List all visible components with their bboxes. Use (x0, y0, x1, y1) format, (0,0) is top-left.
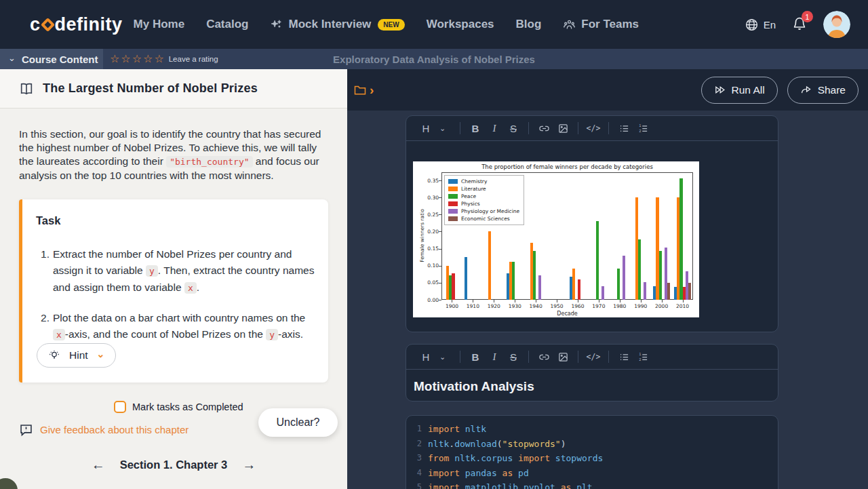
ordered-list-icon[interactable]: 12 (633, 349, 652, 365)
chevron-down-icon[interactable]: ⌄ (435, 120, 454, 136)
chart-x-tickmark (473, 300, 473, 302)
codefinity-logo[interactable]: c definity (30, 14, 123, 35)
chart-x-tick: 1920 (484, 303, 504, 309)
ordered-list-icon[interactable]: 12 (633, 120, 652, 136)
nav-item-blog[interactable]: Blog (516, 18, 542, 31)
legend-label: Physiology or Medicine (461, 208, 519, 214)
toolbar-divider (608, 122, 609, 134)
nav-item-workspaces[interactable]: Workspaces (427, 18, 494, 31)
italic-icon[interactable]: I (485, 349, 504, 365)
bar-physics-1960 (578, 279, 580, 300)
feedback-link-row[interactable]: Give feedback about this chapter (19, 423, 189, 437)
legend-color-chip (448, 179, 458, 184)
chart-y-tick: 0.35 (418, 178, 439, 184)
link-icon[interactable] (534, 120, 553, 136)
hint-chevron-down-icon: ⌄ (97, 349, 105, 359)
legend-entry-physics: Physics (448, 200, 519, 208)
chart-x-tickmark (578, 300, 578, 302)
legend-label: Peace (461, 193, 476, 199)
file-tree-toggle[interactable]: › (353, 83, 374, 97)
bar-literature-1960 (572, 269, 575, 300)
chart-y-tickmark (439, 180, 441, 181)
image-icon[interactable] (553, 349, 572, 365)
code-icon[interactable]: </> (584, 120, 603, 136)
logo-text-post: definity (55, 14, 123, 35)
code-line: 5import matplotlib.pyplot as plt (413, 480, 770, 489)
chevron-down-icon[interactable]: ⌄ (435, 349, 454, 365)
course-content-toggle[interactable]: ⌄ Course Content (0, 49, 103, 69)
toolbar-divider (528, 351, 529, 363)
bullet-list-icon[interactable] (614, 120, 633, 136)
bullet-list-icon[interactable] (614, 349, 633, 365)
bar-peace-2000 (659, 251, 662, 300)
chart-y-tickmark (439, 300, 441, 300)
markdown-toolbar: H⌄BIS</>12 (406, 345, 778, 370)
bar-chemistry-1910 (465, 257, 467, 300)
nav-item-mock-interview[interactable]: Mock InterviewNEW (270, 18, 404, 31)
run-all-button[interactable]: Run All (701, 77, 778, 104)
legend-color-chip (448, 194, 458, 199)
avatar[interactable] (823, 11, 850, 38)
legend-color-chip (448, 187, 458, 191)
nav-item-my-home[interactable]: My Home (134, 18, 185, 31)
code-icon[interactable]: </> (584, 349, 603, 365)
new-badge: NEW (378, 19, 404, 31)
strikethrough-icon[interactable]: S (504, 349, 523, 365)
chapter-navigation: ← Section 1. Chapter 3 → (0, 457, 347, 473)
heading-icon[interactable]: H (416, 349, 435, 365)
rating-star-icon[interactable]: ☆ (143, 54, 153, 64)
bold-icon[interactable]: B (466, 120, 485, 136)
italic-icon[interactable]: I (485, 120, 504, 136)
legend-entry-economic-sciences: Economic Sciences (448, 215, 519, 222)
chapter-label: Section 1. Chapter 3 (120, 458, 228, 471)
nav-item-for-teams[interactable]: For Teams (563, 18, 639, 31)
previous-chapter-arrow-icon[interactable]: ← (92, 457, 105, 473)
bold-icon[interactable]: B (466, 349, 485, 365)
chart-y-tickmark (439, 266, 441, 267)
line-number: 5 (413, 480, 422, 489)
rating-star-icon[interactable]: ☆ (110, 54, 119, 64)
bar-physiology-or-medicine-1980 (623, 256, 625, 300)
strikethrough-icon[interactable]: S (504, 120, 523, 136)
heading-icon[interactable]: H (416, 120, 435, 136)
text-segment: -axis, and the count of Nobel Prizes on … (65, 328, 266, 340)
chart-x-tickmark (620, 300, 620, 302)
task-heading: Task (36, 214, 316, 227)
share-button[interactable]: Share (787, 77, 859, 104)
main-nav: My HomeCatalogMock InterviewNEWWorkspace… (134, 18, 639, 31)
chart-x-tickmark (683, 300, 684, 302)
code-text: import matplotlib.pyplot as plt (428, 480, 593, 489)
link-icon[interactable] (534, 349, 553, 365)
rating-star-icon[interactable]: ☆ (132, 54, 142, 64)
markdown-heading[interactable]: Motivation Analysis (406, 370, 778, 394)
mark-completed-checkbox[interactable] (114, 401, 126, 413)
hint-button[interactable]: Hint ⌄ (37, 343, 116, 368)
nav-item-catalog[interactable]: Catalog (206, 18, 248, 31)
rating-stars[interactable]: ☆☆☆☆☆ (110, 54, 164, 64)
next-chapter-arrow-icon[interactable]: → (242, 457, 256, 473)
bar-peace-2010 (679, 178, 682, 300)
unclear-button[interactable]: Unclear? (258, 408, 338, 437)
rating-star-icon[interactable]: ☆ (121, 54, 130, 64)
chart-y-tick: 0.10 (418, 262, 439, 269)
legend-entry-physiology-or-medicine: Physiology or Medicine (448, 208, 519, 215)
notebook-header: › Run All Share (347, 69, 868, 111)
chart-y-tick: 0.30 (418, 195, 439, 201)
code-editor[interactable]: 1import nltk2nltk.download("stopwords")3… (406, 416, 778, 489)
nav-item-label: My Home (134, 18, 185, 31)
folder-chevron-right-icon: › (370, 83, 374, 96)
notifications-button[interactable]: 1 (792, 16, 807, 33)
toolbar-divider (460, 351, 460, 363)
inline-code: x (53, 329, 65, 340)
task-item-number: 1. (36, 246, 50, 296)
rating-star-icon[interactable]: ☆ (154, 54, 163, 64)
legend-label: Physics (461, 201, 480, 207)
image-icon[interactable] (553, 120, 572, 136)
chat-widget-peek[interactable] (0, 478, 18, 489)
notebook-scroll-area[interactable]: H⌄BIS</>12 The proportion of female winn… (347, 111, 868, 489)
chart-x-tick: 1990 (631, 303, 651, 309)
language-selector[interactable]: En (745, 18, 776, 32)
lesson-panel: The Largest Number of Nobel Prizes In th… (0, 69, 347, 489)
chart-x-tick: 2000 (652, 303, 672, 309)
sparkle-icon (270, 18, 283, 31)
